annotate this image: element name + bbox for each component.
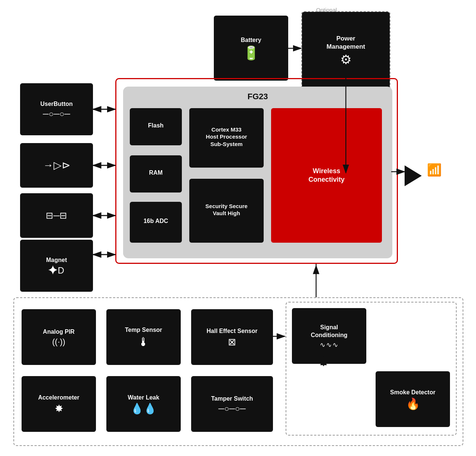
diagram-container: Optional Battery 🔋 Power Management ⚙ FG…	[0, 0, 476, 456]
wireless-box: Wireless Conectivity	[271, 108, 382, 243]
sensors-dashed: Analog PIR ((·)) Temp Sensor 🌡 Hall Effe…	[13, 297, 463, 446]
fg23-outer: FG23 Flash RAM 16b ADC Cortex M33 Host P…	[115, 78, 398, 264]
signal-cond-icon: ∿∿∿	[320, 342, 339, 348]
hall-effect-label: Hall Effect Sensor	[207, 327, 258, 335]
user-button-label: UserButton	[40, 100, 73, 108]
battery-label: Battery	[241, 36, 261, 44]
magnet-label: Magnet	[46, 256, 67, 264]
flash-box: Flash	[130, 108, 182, 145]
cortex-box: Cortex M33 Host Processor Sub-System	[189, 108, 264, 168]
analog-pir-box: Analog PIR ((·))	[22, 309, 96, 365]
tamper-switch-label: Tamper Switch	[211, 395, 253, 403]
user-button-box: UserButton ─○─○─	[20, 83, 93, 135]
battery-box: Battery 🔋	[214, 16, 288, 81]
wireless-label: Wireless Conectivity	[308, 167, 344, 184]
accelerometer-box: Accelerometer ✸	[22, 376, 96, 432]
analog-pir-icon: ((·))	[52, 338, 65, 346]
magnet-icon: ⯌D	[49, 266, 64, 275]
adc-label: 16b ADC	[144, 217, 168, 225]
resistor-icon: ⊟─⊟	[46, 211, 67, 220]
user-button-icon: ─○─○─	[43, 110, 70, 118]
water-leak-label: Water Leak	[128, 394, 160, 402]
cortex-label: Cortex M33 Host Processor Sub-System	[206, 126, 247, 148]
signal-cond-label: Signal Conditioning	[311, 324, 348, 339]
security-box: Security Secure Vault High	[189, 179, 264, 243]
fg23-inner: FG23 Flash RAM 16b ADC Cortex M33 Host P…	[123, 87, 392, 258]
fg23-title: FG23	[123, 92, 392, 101]
water-leak-icon: 💧💧	[131, 404, 157, 414]
accelerometer-label: Accelerometer	[38, 394, 79, 402]
power-mgmt-icon: ⚙	[340, 53, 351, 66]
accelerometer-icon: ✸	[55, 404, 63, 414]
flash-label: Flash	[148, 122, 164, 130]
water-leak-box: Water Leak 💧💧	[106, 376, 181, 432]
power-mgmt-label: Power Management	[327, 35, 365, 51]
security-label: Security Secure Vault High	[205, 203, 247, 217]
adc-box: 16b ADC	[130, 202, 182, 243]
ram-label: RAM	[149, 169, 163, 177]
smoke-detector-label: Smoke Detector	[390, 389, 435, 397]
led-icon: →▷⊳	[43, 160, 70, 171]
hall-effect-box: Hall Effect Sensor ⊠	[191, 309, 273, 365]
tamper-switch-icon: ─○─○─	[218, 405, 245, 413]
led-box: →▷⊳	[20, 143, 93, 188]
power-mgmt-box: Power Management ⚙	[302, 12, 390, 88]
smoke-detector-icon: 🔥	[406, 398, 420, 410]
antenna-icon	[405, 165, 422, 186]
wifi-icon: 📶	[427, 163, 442, 177]
tamper-switch-box: Tamper Switch ─○─○─	[191, 376, 273, 432]
hall-effect-icon: ⊠	[228, 337, 236, 347]
temp-sensor-box: Temp Sensor 🌡	[106, 309, 181, 365]
signal-cond-dashed: Signal Conditioning ∿∿∿ Smoke Detector 🔥	[286, 302, 457, 436]
smoke-detector-box: Smoke Detector 🔥	[376, 371, 450, 427]
resistor-box: ⊟─⊟	[20, 193, 93, 238]
ram-box: RAM	[130, 155, 182, 193]
magnet-box: Magnet ⯌D	[20, 240, 93, 292]
analog-pir-label: Analog PIR	[43, 328, 74, 336]
temp-sensor-label: Temp Sensor	[125, 326, 162, 334]
temp-sensor-icon: 🌡	[138, 336, 149, 348]
battery-icon: 🔋	[243, 46, 260, 60]
signal-cond-box: Signal Conditioning ∿∿∿	[292, 308, 366, 364]
power-mgmt-dashed: Power Management ⚙	[301, 11, 390, 89]
